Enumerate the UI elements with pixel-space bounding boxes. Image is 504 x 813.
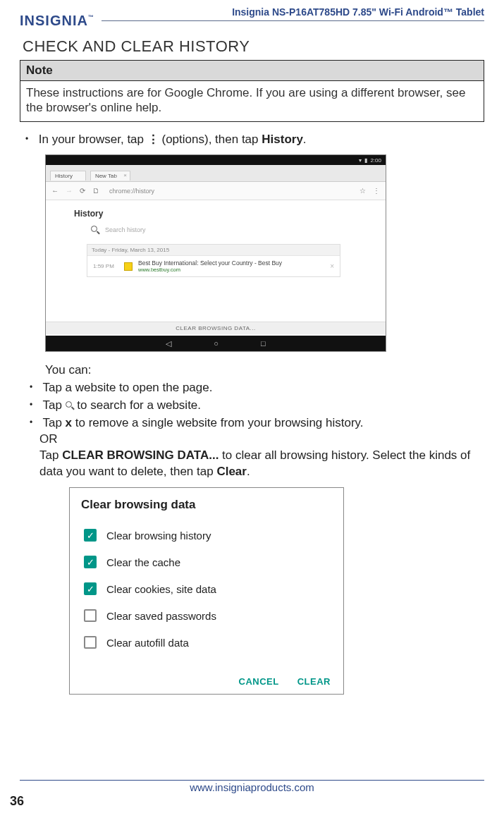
list-item: Tap to search for a website. (39, 398, 484, 414)
step1-pre: In your browser, tap (39, 133, 144, 146)
options-icon[interactable]: ⋮ (373, 187, 380, 195)
options-list: Tap a website to open the page. Tap to s… (20, 380, 484, 480)
sub3-x: x (66, 416, 72, 429)
android-status-bar: ▾ ▮ 2:00 (46, 155, 386, 165)
search-icon (91, 226, 99, 234)
search-icon (66, 401, 74, 410)
url-bar[interactable]: chrome://history (106, 188, 352, 195)
step1-mid: (options), then tap (159, 133, 262, 146)
step-item: In your browser, tap ⋮ (options), then t… (35, 132, 484, 148)
page-number: 36 (10, 794, 24, 809)
wifi-icon: ▾ (359, 157, 362, 164)
list-item: Tap x to remove a single website from yo… (39, 415, 484, 480)
checkbox-unchecked-icon[interactable] (84, 609, 97, 622)
note-box: Note These instructions are for Google C… (20, 60, 484, 122)
battery-icon: ▮ (364, 157, 367, 164)
android-nav-bar: ◁ ○ □ (46, 336, 386, 351)
note-body: These instructions are for Google Chrome… (20, 81, 484, 121)
nav-back-icon[interactable]: ◁ (166, 339, 171, 348)
entry-remove-icon[interactable]: × (330, 262, 334, 270)
sub3-clear: Clear (216, 465, 247, 478)
checkbox-row-cache[interactable]: ✓ Clear the cache (81, 549, 332, 575)
sub3-mid: to remove a single website from your bro… (72, 416, 364, 429)
history-screenshot: ▾ ▮ 2:00 History New Tab × ← → ⟳ 🗋 chrom… (45, 154, 386, 352)
options-icon: ⋮ (147, 133, 159, 146)
checkbox-label: Clear autofill data (106, 637, 189, 649)
browser-tab[interactable]: New Tab × (90, 171, 130, 181)
entry-title: Best Buy International: Select your Coun… (138, 259, 282, 267)
checkbox-checked-icon[interactable]: ✓ (84, 582, 97, 595)
entry-time: 1:59 PM (93, 263, 118, 269)
nav-home-icon[interactable]: ○ (214, 339, 219, 348)
history-heading: History (74, 209, 386, 219)
sub3-l2-pre: Tap (39, 448, 62, 462)
history-search-placeholder: Search history (105, 226, 146, 233)
checkbox-row-cookies[interactable]: ✓ Clear cookies, site data (81, 575, 332, 602)
entry-subtitle: www.bestbuy.com (138, 267, 282, 273)
page-header: INSIGNIA™ Insignia NS-P16AT785HD 7.85" W… (20, 13, 484, 29)
document-title: Insignia NS-P16AT785HD 7.85" Wi-Fi Andro… (232, 6, 484, 18)
history-search-row[interactable]: Search history (91, 226, 386, 234)
forward-icon[interactable]: → (66, 187, 73, 195)
footer-rule (20, 780, 484, 781)
sub3-pre: Tap (42, 416, 65, 429)
brand-logo: INSIGNIA™ (20, 13, 94, 29)
dialog-title: Clear browsing data (81, 498, 332, 512)
entry-text: Best Buy International: Select your Coun… (138, 259, 282, 273)
step1-end: . (303, 133, 307, 146)
sub3-bold: CLEAR BROWSING DATA... (62, 448, 219, 462)
clear-browsing-data-button[interactable]: CLEAR BROWSING DATA... (46, 322, 386, 334)
page-icon: 🗋 (92, 187, 99, 195)
history-group: Today - Friday, March 13, 2015 1:59 PM B… (87, 244, 340, 277)
checkbox-label: Clear saved passwords (106, 610, 216, 622)
checkbox-label: Clear the cache (106, 556, 180, 568)
checkbox-row-autofill[interactable]: Clear autofill data (81, 629, 332, 656)
star-icon[interactable]: ☆ (359, 187, 366, 195)
note-label: Note (20, 61, 484, 81)
header-rule: Insignia NS-P16AT785HD 7.85" Wi-Fi Andro… (102, 20, 484, 21)
logo-text: INSIGNIA (20, 13, 88, 28)
checkbox-label: Clear browsing history (106, 530, 211, 542)
checkbox-row-passwords[interactable]: Clear saved passwords (81, 602, 332, 629)
checkbox-unchecked-icon[interactable] (84, 636, 97, 649)
section-title: CHECK AND CLEAR HISTORY (23, 37, 484, 56)
clear-button[interactable]: CLEAR (297, 676, 331, 687)
step-list: In your browser, tap ⋮ (options), then t… (20, 132, 484, 148)
checkbox-row-history[interactable]: ✓ Clear browsing history (81, 522, 332, 549)
sub3-or: OR (39, 432, 58, 446)
list-item: Tap a website to open the page. (39, 380, 484, 396)
sub2-pre: Tap (42, 398, 65, 412)
history-content: History Search history Today - Friday, M… (46, 200, 386, 277)
history-entry[interactable]: 1:59 PM Best Buy International: Select y… (87, 256, 340, 276)
history-date-label: Today - Friday, March 13, 2015 (87, 245, 340, 256)
tab-1-label: History (55, 173, 73, 179)
you-can-label: You can: (45, 363, 484, 377)
step1-bold: History (262, 133, 303, 146)
sub2-post: to search for a website. (74, 398, 201, 412)
tab-2-label: New Tab (95, 173, 117, 179)
back-icon[interactable]: ← (51, 187, 59, 195)
sub3-end: . (247, 465, 250, 478)
browser-nav-bar: ← → ⟳ 🗋 chrome://history ☆ ⋮ (46, 182, 386, 200)
dialog-actions: CANCEL CLEAR (239, 676, 331, 687)
checkbox-checked-icon[interactable]: ✓ (84, 529, 97, 542)
checkbox-checked-icon[interactable]: ✓ (84, 556, 97, 568)
browser-tab-bar: History New Tab × (46, 165, 386, 182)
footer-url: www.insigniaproducts.com (0, 781, 504, 793)
cancel-button[interactable]: CANCEL (239, 676, 279, 687)
reload-icon[interactable]: ⟳ (80, 187, 85, 195)
status-time: 2:00 (370, 157, 381, 164)
nav-recent-icon[interactable]: □ (261, 339, 266, 348)
browser-tab[interactable]: History (50, 171, 86, 181)
clear-dialog-screenshot: Clear browsing data ✓ Clear browsing his… (69, 487, 344, 695)
tab-close-icon[interactable]: × (123, 172, 127, 178)
favicon-icon (124, 262, 133, 271)
checkbox-label: Clear cookies, site data (106, 583, 216, 595)
logo-tm: ™ (88, 14, 94, 20)
sub1-text: Tap a website to open the page. (42, 381, 212, 394)
